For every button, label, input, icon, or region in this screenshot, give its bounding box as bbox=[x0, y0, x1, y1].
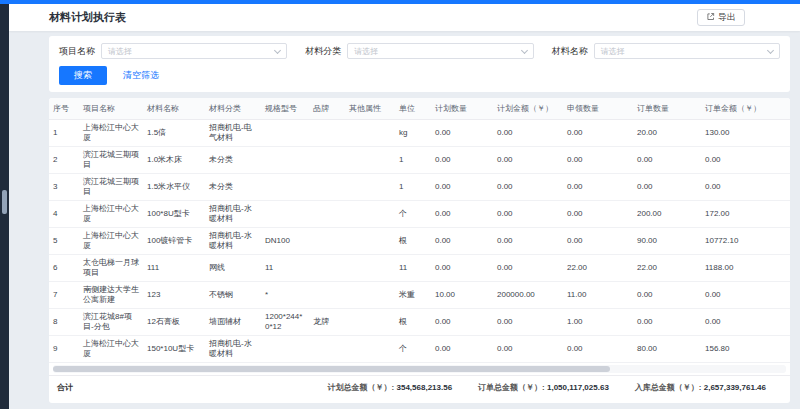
table-row[interactable]: 2滨江花城三期项目1.0米木床未分类10.000.000.000.000.00 bbox=[49, 147, 790, 174]
table-cell bbox=[345, 201, 395, 228]
table-row[interactable]: 6太仓电梯一月球项目111网线11110.000.0022.0022.00118… bbox=[49, 255, 790, 282]
table-cell bbox=[309, 201, 345, 228]
table-cell: 0.00 bbox=[493, 201, 563, 228]
table-cell: 1200*244*0*12 bbox=[261, 309, 309, 336]
export-icon bbox=[706, 12, 715, 24]
table-row[interactable]: 9上海松江中心大厦150*10U型卡招商机电-水暖材料个0.000.000.00… bbox=[49, 336, 790, 363]
app-window: 材料计划执行表 导出 项目名称 请选择 bbox=[0, 4, 800, 409]
table-cell: 20.00 bbox=[633, 120, 701, 147]
table-cell: 0.00 bbox=[431, 309, 493, 336]
table-cell: 200.00 bbox=[633, 201, 701, 228]
table-cell bbox=[309, 120, 345, 147]
table-cell: 1.5倍 bbox=[143, 120, 205, 147]
table-container: 序号项目名称材料名称材料分类规格型号品牌其他属性单位计划数量计划金额（￥）申领数… bbox=[49, 98, 790, 363]
table-cell: 1188.00 bbox=[701, 255, 790, 282]
sidebar-collapse-handle[interactable] bbox=[2, 190, 7, 214]
collapsed-sidebar bbox=[0, 4, 9, 409]
table-cell: 1 bbox=[395, 147, 431, 174]
table-cell: 0.00 bbox=[633, 309, 701, 336]
column-header: 其他属性 bbox=[345, 98, 395, 120]
table-cell: kg bbox=[395, 120, 431, 147]
column-header: 品牌 bbox=[309, 98, 345, 120]
table-cell: 0.00 bbox=[493, 309, 563, 336]
summary-item: 订单总金额（￥）: 1,050,117,025.63 bbox=[478, 382, 609, 393]
table-cell bbox=[345, 147, 395, 174]
table-cell bbox=[345, 120, 395, 147]
data-table-card: 序号项目名称材料名称材料分类规格型号品牌其他属性单位计划数量计划金额（￥）申领数… bbox=[49, 98, 790, 403]
table-cell: 1.0米木床 bbox=[143, 147, 205, 174]
filter-field-project: 项目名称 请选择 bbox=[59, 43, 287, 59]
table-cell: 未分类 bbox=[205, 174, 261, 201]
table-cell: 172.00 bbox=[701, 201, 790, 228]
column-header: 订单数量 bbox=[633, 98, 701, 120]
table-cell: 1.5米水平仪 bbox=[143, 174, 205, 201]
chevron-down-icon bbox=[274, 46, 281, 53]
table-row[interactable]: 5上海松江中心大厦100镀锌管卡招商机电-水暖材料DN100根0.000.000… bbox=[49, 228, 790, 255]
table-cell: 滨江花城8#项目-分包 bbox=[79, 309, 143, 336]
table-cell: 22.00 bbox=[563, 255, 633, 282]
table-cell: 0.00 bbox=[563, 147, 633, 174]
material-name-label: 材料名称 bbox=[552, 45, 588, 58]
table-cell: 0.00 bbox=[493, 255, 563, 282]
table-row[interactable]: 7南侧建达大学生公寓新建123不锈钢*米重10.00200000.0011.00… bbox=[49, 282, 790, 309]
table-cell: 上海松江中心大厦 bbox=[79, 201, 143, 228]
table-cell: 0.00 bbox=[431, 255, 493, 282]
table-cell bbox=[345, 174, 395, 201]
table-row[interactable]: 8滨江花城8#项目-分包12石膏板墙面辅材1200*244*0*12龙牌根0.0… bbox=[49, 309, 790, 336]
column-header: 材料分类 bbox=[205, 98, 261, 120]
table-cell: 0.00 bbox=[493, 174, 563, 201]
table-cell: 滨江花城三期项目 bbox=[79, 147, 143, 174]
export-button-label: 导出 bbox=[718, 12, 736, 23]
table-row[interactable]: 1上海松江中心大厦1.5倍招商机电-电气材料kg0.000.000.0020.0… bbox=[49, 120, 790, 147]
table-cell: 滨江花城三期项目 bbox=[79, 174, 143, 201]
column-header: 材料名称 bbox=[143, 98, 205, 120]
filter-actions-row: 搜索 清空筛选 bbox=[59, 66, 780, 85]
filter-field-material-name: 材料名称 请选择 bbox=[552, 43, 780, 59]
export-button[interactable]: 导出 bbox=[697, 9, 745, 27]
table-cell: 南侧建达大学生公寓新建 bbox=[79, 282, 143, 309]
table-cell: 12石膏板 bbox=[143, 309, 205, 336]
column-header: 申领数量 bbox=[563, 98, 633, 120]
filter-field-material-category: 材料分类 请选择 bbox=[305, 43, 533, 59]
table-cell: 0.00 bbox=[633, 282, 701, 309]
table-cell bbox=[345, 282, 395, 309]
horizontal-scrollbar-thumb[interactable] bbox=[53, 366, 610, 372]
table-cell bbox=[309, 255, 345, 282]
column-header: 项目名称 bbox=[79, 98, 143, 120]
material-category-placeholder: 请选择 bbox=[354, 46, 378, 57]
table-cell: 1 bbox=[49, 120, 79, 147]
summary-item: 计划总金额（￥）: 354,568,213.56 bbox=[328, 382, 453, 393]
table-cell bbox=[261, 147, 309, 174]
table-cell: 9 bbox=[49, 336, 79, 363]
summary-total-label: 合计 bbox=[53, 382, 73, 393]
table-cell: 上海松江中心大厦 bbox=[79, 228, 143, 255]
table-cell: 0.00 bbox=[431, 174, 493, 201]
column-header: 计划数量 bbox=[431, 98, 493, 120]
search-button[interactable]: 搜索 bbox=[59, 66, 107, 85]
table-cell: 个 bbox=[395, 201, 431, 228]
main-area: 材料计划执行表 导出 项目名称 请选择 bbox=[9, 4, 800, 409]
table-cell: 2 bbox=[49, 147, 79, 174]
table-cell: 米重 bbox=[395, 282, 431, 309]
table-cell: 0.00 bbox=[431, 120, 493, 147]
material-name-select[interactable]: 请选择 bbox=[594, 43, 780, 59]
table-cell: 22.00 bbox=[633, 255, 701, 282]
material-category-select[interactable]: 请选择 bbox=[347, 43, 533, 59]
horizontal-scrollbar bbox=[53, 365, 786, 373]
table-cell: 0.00 bbox=[493, 147, 563, 174]
clear-filters-link[interactable]: 清空筛选 bbox=[123, 69, 159, 82]
table-cell: 1 bbox=[395, 174, 431, 201]
table-row[interactable]: 3滨江花城三期项目1.5米水平仪未分类10.000.000.000.000.00 bbox=[49, 174, 790, 201]
table-cell: 0.00 bbox=[431, 201, 493, 228]
table-cell bbox=[261, 336, 309, 363]
project-name-select[interactable]: 请选择 bbox=[101, 43, 287, 59]
table-cell: 招商机电-水暖材料 bbox=[205, 336, 261, 363]
table-cell: 3 bbox=[49, 174, 79, 201]
filter-panel: 项目名称 请选择 材料分类 请选择 材料名称 bbox=[49, 36, 790, 92]
table-cell: * bbox=[261, 282, 309, 309]
table-body: 1上海松江中心大厦1.5倍招商机电-电气材料kg0.000.000.0020.0… bbox=[49, 120, 790, 363]
table-row[interactable]: 4上海松江中心大厦100*8U型卡招商机电-水暖材料个0.000.000.002… bbox=[49, 201, 790, 228]
table-cell: 0.00 bbox=[493, 120, 563, 147]
column-header: 单位 bbox=[395, 98, 431, 120]
table-cell: DN100 bbox=[261, 228, 309, 255]
